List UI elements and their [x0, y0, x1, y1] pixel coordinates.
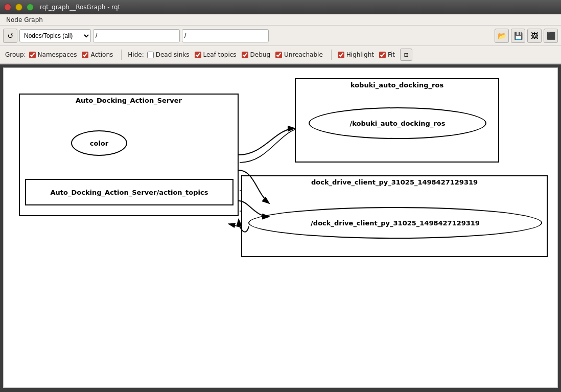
kobuki-ellipse[interactable]: /kobuki_auto_docking_ros — [309, 107, 486, 139]
fit-group: Fit — [379, 51, 395, 58]
maximize-button[interactable] — [27, 4, 34, 11]
debug-checkbox[interactable] — [242, 52, 248, 58]
fit-label: Fit — [388, 51, 395, 58]
auto-docking-title: Auto_Docking_Action_Server — [71, 95, 187, 106]
actions-checkbox[interactable] — [82, 52, 88, 58]
fit-checkbox[interactable] — [379, 52, 386, 58]
actions-group: Actions — [82, 51, 113, 58]
dock-drive-box[interactable]: dock_drive_client_py_31025_1498427129319… — [241, 175, 548, 257]
actions-label: Actions — [90, 51, 113, 58]
refresh-button[interactable]: ↺ — [3, 29, 17, 43]
highlight-group: Highlight — [338, 51, 374, 58]
dock-drive-ellipse[interactable]: /dock_drive_client_py_31025_149842712931… — [248, 207, 542, 239]
kobuki-ellipse-label: /kobuki_auto_docking_ros — [350, 120, 446, 127]
dock-drive-ellipse-label: /dock_drive_client_py_31025_149842712931… — [311, 219, 480, 227]
minimize-button[interactable] — [15, 4, 22, 11]
load-button[interactable]: 📂 — [495, 29, 509, 43]
color-ellipse[interactable]: color — [71, 130, 127, 156]
dead-sinks-label: Dead sinks — [156, 51, 190, 58]
namespaces-group: Namespaces — [29, 51, 77, 58]
leaf-topics-checkbox[interactable] — [195, 52, 201, 58]
auto-docking-box[interactable]: Auto_Docking_Action_Server color Auto_Do… — [19, 94, 239, 216]
unreachable-group: Unreachable — [275, 51, 323, 58]
dead-sinks-group: Dead sinks — [147, 51, 190, 58]
highlight-checkbox[interactable] — [338, 52, 344, 58]
export-icon: 🖼 — [531, 32, 538, 40]
close-button[interactable] — [4, 4, 11, 11]
refresh-icon: ↺ — [7, 32, 13, 40]
fit-icon-button[interactable]: ⊡ — [400, 49, 412, 61]
toolbar: ↺ Nodes/Topics (all) Nodes only Topics o… — [0, 26, 561, 46]
menubar: Node Graph — [0, 14, 561, 26]
highlight-label: Highlight — [346, 51, 374, 58]
mono-button[interactable]: ⬛ — [544, 29, 558, 43]
view-mode-dropdown[interactable]: Nodes/Topics (all) Nodes only Topics onl… — [19, 29, 91, 42]
debug-group: Debug — [242, 51, 270, 58]
hide-label: Hide: — [128, 51, 144, 58]
separator1 — [121, 50, 122, 60]
filter1-input[interactable] — [93, 29, 180, 42]
unreachable-label: Unreachable — [284, 51, 323, 58]
color-ellipse-label: color — [90, 140, 108, 147]
action-topics-label: Auto_Docking_Action_Server/action_topics — [51, 189, 208, 196]
titlebar: rqt_graph__RosGraph - rqt — [0, 0, 561, 14]
kobuki-title: kobuki_auto_docking_ros — [345, 79, 449, 91]
mono-icon: ⬛ — [547, 32, 555, 40]
dock-drive-title: dock_drive_client_py_31025_1498427129319 — [306, 176, 483, 188]
unreachable-checkbox[interactable] — [275, 52, 282, 58]
namespaces-checkbox[interactable] — [29, 52, 36, 58]
dead-sinks-checkbox[interactable] — [147, 52, 154, 58]
options-bar: Group: Namespaces Actions Hide: Dead sin… — [0, 46, 561, 64]
filter2-input[interactable] — [182, 29, 269, 42]
save-button[interactable]: 💾 — [511, 29, 525, 43]
menu-item-node-graph[interactable]: Node Graph — [2, 16, 47, 24]
kobuki-box[interactable]: kobuki_auto_docking_ros /kobuki_auto_doc… — [295, 78, 499, 163]
leaf-topics-label: Leaf topics — [203, 51, 237, 58]
group-label: Group: — [5, 51, 26, 58]
window-title: rqt_graph__RosGraph - rqt — [40, 4, 120, 11]
load-icon: 📂 — [498, 32, 506, 40]
export-button[interactable]: 🖼 — [527, 29, 542, 43]
toolbar-right: 📂 💾 🖼 ⬛ — [495, 29, 558, 43]
action-topics-box[interactable]: Auto_Docking_Action_Server/action_topics — [25, 179, 233, 205]
canvas-area[interactable]: Auto_Docking_Action_Server color Auto_Do… — [3, 67, 558, 388]
separator2 — [331, 50, 332, 60]
leaf-topics-group: Leaf topics — [195, 51, 237, 58]
save-icon: 💾 — [514, 32, 523, 40]
debug-label: Debug — [250, 51, 270, 58]
namespaces-label: Namespaces — [38, 51, 77, 58]
